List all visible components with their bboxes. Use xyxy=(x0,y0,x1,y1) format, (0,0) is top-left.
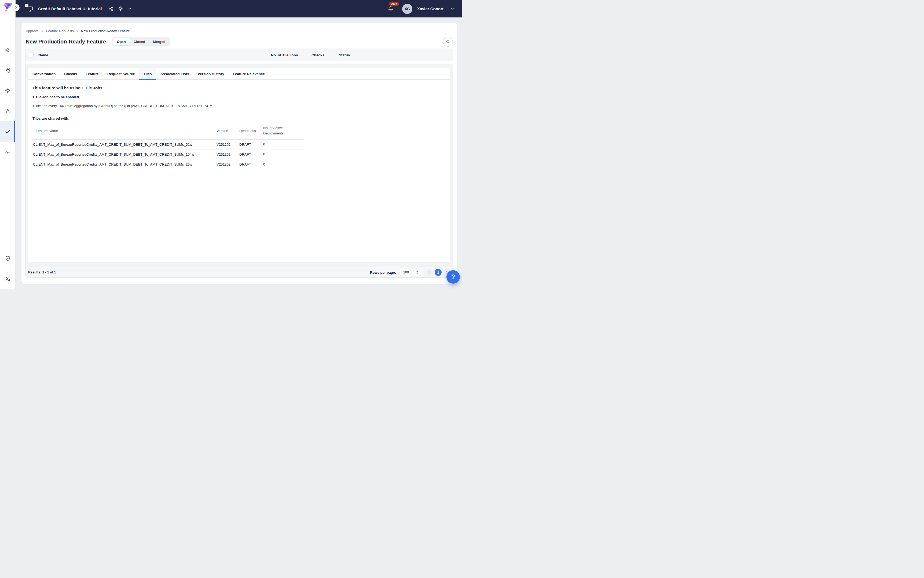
sidebar xyxy=(0,0,16,289)
project-actions xyxy=(108,5,132,12)
rows-per-page-value: 100 xyxy=(403,271,416,274)
page-1-button[interactable]: 1 xyxy=(434,269,442,276)
detail-tabs: Conversation Checks Feature Request Sour… xyxy=(28,68,450,80)
readiness-cell: DRAFT xyxy=(239,153,263,156)
column-deployments: No. of Active Deployments xyxy=(263,125,303,136)
table-row[interactable] xyxy=(26,61,453,64)
filter-closed[interactable]: Closed xyxy=(130,38,149,45)
logo-mark-icon xyxy=(2,2,13,13)
deployments-cell: 0 xyxy=(263,162,303,167)
breadcrumb-feature-requests[interactable]: Feature Requests xyxy=(46,29,73,33)
user-menu-button[interactable] xyxy=(450,6,455,11)
table-row[interactable]: CLIENT_Max_of_BureauReportedCredits_AMT_… xyxy=(32,140,303,149)
sidebar-item-explore[interactable] xyxy=(0,40,15,60)
top-navbar: Credit Default Dataset UI tutorial xyxy=(16,0,462,18)
tab-feature[interactable]: Feature xyxy=(81,68,103,80)
check-icon xyxy=(4,128,11,135)
monitor-check-badge xyxy=(25,4,28,7)
tab-tiles[interactable]: Tiles xyxy=(139,68,156,80)
version-cell: V251202 xyxy=(217,153,239,156)
sidebar-item-ai[interactable] xyxy=(0,60,15,81)
sidebar-item-ideas[interactable] xyxy=(0,81,15,101)
topbar-right: 999+ XC Xavier Conort xyxy=(387,4,455,14)
tab-checks[interactable]: Checks xyxy=(60,68,81,80)
version-cell: V251202 xyxy=(217,162,239,166)
sidebar-item-security[interactable] xyxy=(0,248,15,269)
table-row[interactable]: CLIENT_Max_of_BureauReportedCredits_AMT_… xyxy=(32,159,303,169)
tiles-enable-note: 1 Tile Job has to be enabled. xyxy=(32,95,446,99)
sidebar-expand-button[interactable] xyxy=(12,4,19,11)
feature-name-cell: CLIENT_Max_of_BureauReportedCredits_AMT_… xyxy=(32,162,217,166)
flask-icon xyxy=(5,108,11,114)
breadcrumb-approve[interactable]: Approve xyxy=(26,29,39,33)
deployments-cell: 0 xyxy=(263,152,303,157)
gear-icon xyxy=(118,6,123,11)
rows-per-page-select[interactable]: 100 xyxy=(400,269,421,276)
project-title: Credit Default Dataset UI tutorial xyxy=(38,6,102,11)
project-menu-button[interactable] xyxy=(127,6,132,11)
title-row: New Production-Ready Feature Open Closed… xyxy=(21,33,457,47)
table-footer: Results: 1 - 1 of 1 Rows per page: 100 xyxy=(26,267,453,278)
sidebar-item-approve[interactable] xyxy=(0,121,15,142)
breadcrumb-separator: > xyxy=(76,29,78,33)
search-button[interactable] xyxy=(443,37,453,47)
tiles-schedule-note: 1 Tile Job every 1440 min: Aggregation b… xyxy=(32,104,446,108)
activity-pulse-icon xyxy=(5,149,11,155)
breadcrumb-separator: > xyxy=(41,29,43,33)
tab-version-history[interactable]: Version History xyxy=(193,68,229,80)
column-readiness: Readiness xyxy=(239,129,263,133)
notifications-button[interactable]: 999+ xyxy=(387,5,394,13)
chevron-left-icon xyxy=(428,271,431,274)
table-row[interactable]: CLIENT_Max_of_BureauReportedCredits_AMT_… xyxy=(32,149,303,159)
tab-request-source[interactable]: Request Source xyxy=(103,68,139,80)
notification-count-badge: 999+ xyxy=(389,2,399,6)
deployments-cell: 0 xyxy=(263,142,303,147)
shared-with-heading: Tiles are shared with: xyxy=(32,117,446,120)
user-name: Xavier Conort xyxy=(417,6,444,11)
sidebar-item-experiments[interactable] xyxy=(0,101,15,121)
help-button[interactable]: ? xyxy=(446,270,460,284)
pagination-controls: Rows per page: 100 1 xyxy=(370,269,450,276)
column-version: Version xyxy=(217,129,239,133)
page-card: Approve > Feature Requests > New Product… xyxy=(21,23,457,284)
shared-table-header: Feature Name Version Readiness No. of Ac… xyxy=(32,123,303,140)
status-filter: Open Closed Merged xyxy=(112,37,170,46)
telescope-icon xyxy=(5,47,11,53)
feature-name-cell: CLIENT_Max_of_BureauReportedCredits_AMT_… xyxy=(32,143,217,146)
sidebar-item-activity[interactable] xyxy=(0,142,15,162)
tab-feature-relevance[interactable]: Feature Relevance xyxy=(229,68,269,80)
column-tile-jobs: No. of Tile Jobs xyxy=(271,53,311,57)
tab-associated-lists[interactable]: Associated Lists xyxy=(156,68,193,80)
breadcrumb-current: New Production-Ready Feature xyxy=(81,29,130,33)
select-all-checkbox[interactable] xyxy=(29,53,34,57)
chevron-down-icon xyxy=(128,7,132,11)
select-caret-icon xyxy=(416,270,419,274)
previous-page-button[interactable] xyxy=(426,269,433,276)
catalog-icon-wrap xyxy=(27,5,34,12)
sidebar-item-user-search[interactable] xyxy=(0,269,15,289)
readiness-cell: DRAFT xyxy=(239,162,263,166)
settings-button[interactable] xyxy=(117,5,124,12)
user-avatar[interactable]: XC xyxy=(402,4,412,14)
lightbulb-icon xyxy=(5,88,11,94)
rows-per-page-label: Rows per page: xyxy=(370,271,396,274)
request-detail-card: Conversation Checks Feature Request Sour… xyxy=(28,68,451,263)
chevron-down-icon xyxy=(451,7,454,11)
tab-conversation[interactable]: Conversation xyxy=(28,68,60,80)
search-icon xyxy=(446,39,450,44)
share-button[interactable] xyxy=(108,6,114,12)
filter-merged[interactable]: Merged xyxy=(149,38,169,45)
shield-check-icon xyxy=(5,255,11,261)
shared-tiles-table: Feature Name Version Readiness No. of Ac… xyxy=(32,123,303,169)
column-checks: Checks xyxy=(311,53,339,57)
share-icon xyxy=(109,6,113,11)
breadcrumb: Approve > Feature Requests > New Product… xyxy=(21,23,457,33)
table-header-row: Name No. of Tile Jobs Checks Status xyxy=(26,49,453,61)
tiles-tab-content: This feature will be using 1 Tile Jobs. … xyxy=(28,80,450,175)
column-name: Name xyxy=(38,53,271,57)
bell-icon xyxy=(388,6,394,12)
user-search-icon xyxy=(5,276,11,282)
chevron-right-icon xyxy=(14,6,18,10)
page-title: New Production-Ready Feature xyxy=(26,39,106,45)
filter-open[interactable]: Open xyxy=(113,38,130,45)
